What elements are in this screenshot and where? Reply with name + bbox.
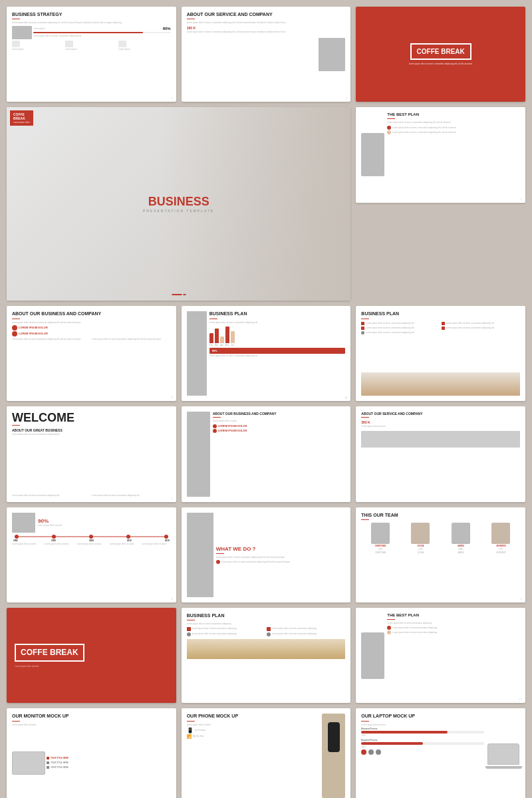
slide-15-title: COFFE BREAK <box>21 648 78 657</box>
slide-13[interactable]: WHAT WE DO ? Lorem ipsum dolor sit amet … <box>182 507 351 602</box>
slide-7-percent: 90% <box>209 348 346 354</box>
slide-19[interactable]: OUR PHONE MOCK UP Lorem ipsum dolor sit … <box>182 708 351 798</box>
slide-19-title: OUR PHONE MOCK UP <box>187 714 320 719</box>
slide-8-title: BUSINESS PLAN <box>361 311 520 317</box>
slide-2[interactable]: ABOUT OUR SERVICE AND COMPANY Lorem ipsu… <box>182 7 351 102</box>
slide-16-title: BUSINESS PLAN <box>187 613 346 618</box>
slide-grid: BUSINESS STRATEGY Lorem ipsum dolor sit … <box>7 7 525 798</box>
slide-5-number: 5 <box>521 198 522 201</box>
slide-11-title: ABOUT OUR SERVICE AND COMPANY <box>361 412 520 416</box>
slide-7-title: BUSINESS PLAN <box>209 311 346 317</box>
slide-6-number: 3 <box>171 396 172 399</box>
slide-17[interactable]: THE BEST PLAN Lorem ipsum dolor sit amet… <box>356 608 525 703</box>
slide-9-title: WELCOME <box>12 412 171 424</box>
slide-4[interactable]: COFFEBREAK Lorem ipsum dolor BUSINESS PR… <box>7 107 350 301</box>
slide-11[interactable]: ABOUT OUR SERVICE AND COMPANY 380 K Lore… <box>356 406 525 501</box>
slide-6-title: ABOUT OUR BUSINESS AND COMPANY <box>12 311 171 317</box>
slide-17-title: THE BEST PLAN <box>387 613 520 618</box>
slide-13-title: WHAT WE DO ? <box>216 546 346 553</box>
slide-1-lorem: Lorem ipsum dolor sit amet, consectetur … <box>12 21 171 24</box>
slide-2-title: ABOUT OUR SERVICE AND COMPANY <box>187 12 317 17</box>
slide-17-number: 17 <box>519 698 522 701</box>
slide-18[interactable]: OUR MONITOR MOCK UP Lorem ipsum dolor si… <box>7 708 176 798</box>
slide-5[interactable]: THE BEST PLAN Lorem ipsum dolor sit amet… <box>356 107 525 202</box>
slide-3-title: COFFE BREAK <box>417 48 465 55</box>
slide-10[interactable]: ABOUT OUR BUSINESS AND COMPANY Lorem ips… <box>182 406 351 501</box>
slide-6[interactable]: ABOUT OUR BUSINESS AND COMPANY Lorem ips… <box>7 306 176 401</box>
slide-12-number: 5 <box>171 597 172 600</box>
slide-1-percent: 80% <box>163 27 171 31</box>
slide-18-title: OUR MONITOR MOCK UP <box>12 714 171 719</box>
slide-3[interactable]: COFFE BREAK Lorem ipsum dolor sit amet, … <box>356 7 525 102</box>
slide-7-number: 14 <box>344 396 347 399</box>
slide-8[interactable]: BUSINESS PLAN Lorem ipsum dolor sit amet… <box>356 306 525 401</box>
slide-14[interactable]: THIS OUR TEAM CHRISTIAN CEO CHRISTIAN OL… <box>356 507 525 602</box>
slide-16[interactable]: BUSINESS PLAN Lorem ipsum dolor sit amet… <box>182 608 351 703</box>
slide-14-title: THIS OUR TEAM <box>361 513 520 518</box>
slide-10-title: ABOUT OUR BUSINESS AND COMPANY <box>213 412 346 416</box>
slide-2-number: 2 <box>346 96 347 100</box>
slide-12[interactable]: 90% Lorem ipsum dolor sit amet. 1992 199… <box>7 507 176 602</box>
slide-1-title: BUSINESS STRATEGY <box>12 12 171 17</box>
slide-14-number: 8 <box>521 597 522 600</box>
slide-9-number: 1 <box>171 497 172 500</box>
slide-1[interactable]: BUSINESS STRATEGY Lorem ipsum dolor sit … <box>7 7 176 102</box>
slide-15[interactable]: COFFE BREAK Lorem ipsum dolor sit amet. <box>7 608 176 703</box>
slide-5-title: THE BEST PLAN <box>387 112 520 117</box>
slide-4-subtitle: PRESENTATION TEMPLATE <box>143 209 214 213</box>
slide-1-number: 1 <box>171 96 172 100</box>
slide-9-subtitle: ABOUT OUR GREAT BUSINESS <box>12 428 171 432</box>
slide-4-title: BUSINESS <box>143 195 214 209</box>
slide-9[interactable]: WELCOME ABOUT OUR GREAT BUSINESS Lorem i… <box>7 406 176 501</box>
slide-7[interactable]: BUSINESS PLAN Lorem ipsum dolor sit amet… <box>182 306 351 401</box>
slide-20-title: OUR LAPTOP MOCK UP <box>361 714 484 719</box>
slide-20[interactable]: OUR LAPTOP MOCK UP Lorem ipsum dolor sit… <box>356 708 525 798</box>
